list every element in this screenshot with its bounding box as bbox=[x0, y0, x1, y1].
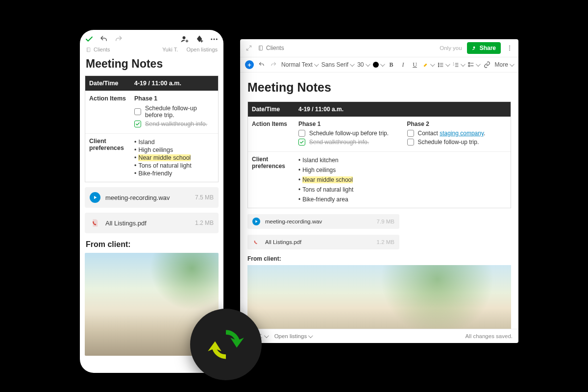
phase-2-label: Phase 2 bbox=[407, 121, 507, 127]
svg-point-10 bbox=[509, 48, 510, 49]
bullet-item: •Bike-friendly area bbox=[298, 196, 507, 203]
bullet-item: •Tons of natural light bbox=[298, 186, 507, 193]
checkbox-unchecked-icon[interactable] bbox=[407, 130, 414, 137]
more-format-select[interactable]: More bbox=[495, 61, 513, 68]
task-row[interactable]: Schedule follow-up before trip. bbox=[134, 105, 214, 119]
add-tag-icon[interactable] bbox=[195, 35, 204, 44]
client-image[interactable] bbox=[247, 265, 511, 329]
bullet-item: •Near middle school bbox=[298, 176, 507, 183]
svg-rect-6 bbox=[259, 46, 263, 50]
task-text: Schedule follow-up before trip. bbox=[145, 105, 214, 119]
play-icon[interactable] bbox=[252, 218, 260, 225]
desktop-table: Date/Time 4-19 / 11:00 a.m. Action Items… bbox=[247, 101, 511, 208]
svg-text:2: 2 bbox=[453, 64, 454, 66]
save-status-label: All changes saved. bbox=[465, 333, 513, 339]
insert-button[interactable]: + bbox=[245, 60, 254, 69]
format-toolbar: + Normal Text Sans Serif 30 B I U 12 Mor… bbox=[240, 57, 518, 73]
mobile-table: Date/Time 4-19 / 11:00 a.m. Action Items… bbox=[85, 75, 219, 182]
datetime-value[interactable]: 4-19 / 11:00 a.m. bbox=[294, 102, 511, 117]
footer-tag-select[interactable]: Open listings bbox=[274, 333, 312, 339]
font-size-select[interactable]: 30 bbox=[357, 61, 368, 68]
more-icon[interactable] bbox=[210, 35, 219, 44]
mobile-note-title[interactable]: Meeting Notes bbox=[80, 55, 223, 75]
task-text: Contact staging company. bbox=[418, 130, 486, 137]
mobile-user-label[interactable]: Yuki T. bbox=[162, 47, 178, 52]
add-person-icon[interactable] bbox=[180, 35, 189, 44]
expand-icon[interactable] bbox=[245, 44, 253, 52]
font-family-select[interactable]: Sans Serif bbox=[321, 61, 353, 68]
redo-icon[interactable] bbox=[270, 61, 277, 69]
attachment-name: All Listings.pdf bbox=[105, 220, 147, 227]
pdf-icon bbox=[90, 218, 100, 228]
bullet-item: •Island bbox=[134, 139, 214, 146]
attachment-audio[interactable]: meeting-recording.wav 7.9 MB bbox=[247, 214, 399, 229]
preferences-cell[interactable]: •Island kitchen •High ceilings •Near mid… bbox=[294, 152, 511, 208]
svg-point-3 bbox=[216, 39, 218, 40]
editor-body[interactable]: Meeting Notes Date/Time 4-19 / 11:00 a.m… bbox=[240, 73, 518, 329]
pdf-icon bbox=[252, 238, 260, 246]
attachment-name: meeting-recording.wav bbox=[265, 219, 322, 224]
visibility-label: Only you bbox=[440, 45, 462, 51]
datetime-value[interactable]: 4-19 / 11:00 a.m. bbox=[130, 76, 218, 91]
checkmark-icon[interactable] bbox=[85, 35, 94, 44]
underline-icon[interactable]: U bbox=[411, 61, 419, 69]
share-button[interactable]: Share bbox=[467, 42, 501, 54]
mobile-notebook-crumb[interactable]: Clients bbox=[86, 47, 110, 52]
highlight-select[interactable] bbox=[423, 62, 434, 68]
more-vertical-icon[interactable] bbox=[506, 44, 514, 52]
attachment-audio[interactable]: meeting-recording.wav 7.5 MB bbox=[85, 187, 219, 208]
paragraph-style-select[interactable]: Normal Text bbox=[281, 61, 318, 68]
svg-point-0 bbox=[183, 36, 186, 39]
italic-icon[interactable]: I bbox=[399, 61, 407, 69]
mobile-notebook-label: Clients bbox=[94, 47, 110, 52]
svg-point-8 bbox=[473, 46, 475, 48]
action-items-cell[interactable]: Phase 1 Schedule follow-up before trip. … bbox=[294, 117, 511, 151]
action-items-row: Action Items Phase 1 Schedule follow-up … bbox=[248, 117, 511, 152]
bullet-list-select[interactable] bbox=[438, 62, 449, 68]
phase-1-label: Phase 1 bbox=[298, 121, 398, 127]
checkbox-checked-icon[interactable] bbox=[298, 139, 305, 146]
bullet-item: •Near middle school bbox=[134, 154, 214, 161]
checkbox-checked-icon[interactable] bbox=[134, 121, 141, 127]
checkbox-unchecked-icon[interactable] bbox=[407, 139, 414, 146]
bullet-item: •Island kitchen bbox=[298, 157, 507, 164]
task-row[interactable]: Schedule follow-up before trip. bbox=[298, 130, 398, 137]
desktop-note-title[interactable]: Meeting Notes bbox=[247, 80, 511, 95]
preferences-cell[interactable]: •Island •High ceilings •Near middle scho… bbox=[130, 134, 218, 182]
datetime-header: Date/Time bbox=[248, 102, 294, 117]
svg-point-9 bbox=[509, 46, 510, 47]
redo-icon[interactable] bbox=[114, 35, 123, 44]
checklist-select[interactable] bbox=[468, 62, 479, 68]
mobile-tag-label[interactable]: Open listings bbox=[186, 47, 218, 52]
task-text: Send walkthrough info. bbox=[309, 139, 369, 146]
svg-point-12 bbox=[438, 63, 439, 64]
desktop-notebook-crumb[interactable]: Clients bbox=[258, 45, 284, 51]
checkbox-unchecked-icon[interactable] bbox=[134, 108, 141, 115]
from-client-heading: From client: bbox=[80, 233, 223, 253]
action-items-cell[interactable]: Phase 1 Schedule follow-up before trip. … bbox=[130, 91, 218, 133]
task-row[interactable]: Send walkthrough info. bbox=[134, 121, 214, 127]
undo-icon[interactable] bbox=[258, 61, 266, 69]
task-text: Schedule follow-up before trip. bbox=[309, 130, 389, 137]
svg-rect-4 bbox=[87, 48, 90, 51]
undo-icon[interactable] bbox=[99, 35, 108, 44]
bold-icon[interactable]: B bbox=[388, 61, 395, 69]
task-text: Send walkthrough info. bbox=[145, 121, 207, 127]
attachment-size: 7.9 MB bbox=[377, 219, 394, 224]
checkbox-unchecked-icon[interactable] bbox=[298, 130, 305, 137]
svg-rect-23 bbox=[468, 62, 470, 64]
preferences-row: Client preferences •Island •High ceiling… bbox=[85, 134, 218, 182]
task-row[interactable]: Schedule follow-up trip. bbox=[407, 139, 507, 146]
sync-icon bbox=[203, 322, 248, 367]
play-icon[interactable] bbox=[90, 192, 100, 203]
attachment-pdf[interactable]: All Listings.pdf 1.2 MB bbox=[247, 235, 399, 249]
attachment-pdf[interactable]: All Listings.pdf 1.2 MB bbox=[85, 213, 219, 233]
link-icon[interactable] bbox=[483, 61, 491, 69]
attachment-size: 7.5 MB bbox=[195, 194, 214, 201]
text-color-select[interactable] bbox=[373, 62, 384, 68]
svg-point-11 bbox=[509, 49, 510, 50]
link-text[interactable]: staging company bbox=[440, 130, 484, 137]
task-row[interactable]: Contact staging company. bbox=[407, 130, 507, 137]
numbered-list-select[interactable]: 12 bbox=[453, 62, 464, 68]
task-row[interactable]: Send walkthrough info. bbox=[298, 139, 398, 146]
